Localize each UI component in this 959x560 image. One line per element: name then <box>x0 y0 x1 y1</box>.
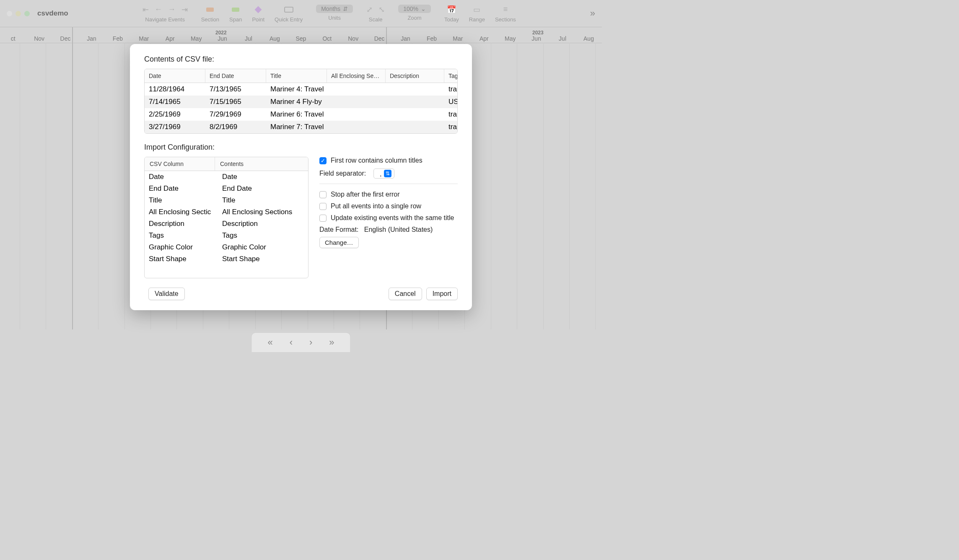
table-row[interactable]: 7/14/19657/15/1965Mariner 4 Fly-byUSA <box>145 96 457 108</box>
config-csvcol: Tags <box>145 230 218 241</box>
table-cell: trans <box>444 121 458 133</box>
config-contents: Description <box>218 218 308 230</box>
config-contents: Tags <box>218 230 308 241</box>
config-row[interactable]: All Enclosing SecticAll Enclosing Sectio… <box>145 206 308 218</box>
table-row[interactable]: 3/27/19698/2/1969Mariner 7: Traveltrans <box>145 121 457 133</box>
config-row[interactable]: DescriptionDescription <box>145 218 308 230</box>
first-row-titles-label: First row contains column titles <box>331 157 422 164</box>
config-row[interactable]: Graphic ColorGraphic Color <box>145 241 308 253</box>
config-csvcol: End Date <box>145 183 218 194</box>
table-cell <box>327 83 386 96</box>
config-contents: Start Shape <box>218 253 308 265</box>
table-cell: 7/15/1965 <box>205 96 266 108</box>
page-next-icon[interactable]: › <box>309 337 312 348</box>
table-cell <box>327 108 386 121</box>
field-separator-value: , <box>380 170 381 177</box>
table-cell: trans <box>444 83 458 96</box>
update-existing-checkbox[interactable] <box>319 215 327 222</box>
table-cell: USA <box>444 96 458 108</box>
change-date-format-button[interactable]: Change… <box>319 237 359 248</box>
import-button[interactable]: Import <box>426 288 458 300</box>
table-cell <box>327 96 386 108</box>
table-header[interactable]: Description <box>386 69 444 83</box>
table-cell: 7/14/1965 <box>145 96 205 108</box>
table-cell: 11/28/1964 <box>145 83 205 96</box>
csv-table-header: DateEnd DateTitleAll Enclosing Se…Descri… <box>145 69 457 83</box>
table-header[interactable]: Tags <box>444 69 458 83</box>
table-cell <box>386 96 444 108</box>
page-prev-icon[interactable]: ‹ <box>290 337 293 348</box>
table-row[interactable]: 2/25/19697/29/1969Mariner 6: Traveltrans <box>145 108 457 121</box>
cancel-button[interactable]: Cancel <box>389 288 422 300</box>
csv-preview-table: DateEnd DateTitleAll Enclosing Se…Descri… <box>144 69 458 134</box>
table-cell: trans <box>444 108 458 121</box>
table-cell <box>386 83 444 96</box>
page-last-icon[interactable]: » <box>329 337 334 348</box>
config-row[interactable]: TitleTitle <box>145 194 308 206</box>
validate-button[interactable]: Validate <box>148 288 185 300</box>
config-csvcol: Title <box>145 194 218 206</box>
config-csvcol: All Enclosing Sectic <box>145 206 218 218</box>
stop-after-error-label: Stop after the first error <box>331 191 400 198</box>
config-csvcol: Start Shape <box>145 253 218 265</box>
config-row[interactable]: DateDate <box>145 171 308 183</box>
field-separator-select[interactable]: , ⇅ <box>373 169 394 179</box>
csv-import-dialog: Contents of CSV file: DateEnd DateTitleA… <box>130 44 472 310</box>
table-cell: Mariner 7: Travel <box>266 121 327 133</box>
table-cell: 3/27/1969 <box>145 121 205 133</box>
table-header[interactable]: Title <box>266 69 327 83</box>
config-csvcol: Date <box>145 171 218 183</box>
table-cell: Mariner 6: Travel <box>266 108 327 121</box>
config-header-contents: Contents <box>215 157 308 171</box>
config-contents: End Date <box>218 183 308 194</box>
config-contents: Title <box>218 194 308 206</box>
update-existing-label: Update existing events with the same tit… <box>331 214 454 222</box>
import-config-title: Import Configuration: <box>144 143 458 152</box>
config-csvcol: Graphic Color <box>145 241 218 253</box>
column-mapping-table: CSV Column Contents DateDateEnd DateEnd … <box>144 157 308 278</box>
config-row[interactable]: TagsTags <box>145 230 308 241</box>
import-options: ✓ First row contains column titles Field… <box>319 157 458 278</box>
date-format-value: English (United States) <box>364 226 433 233</box>
config-row[interactable]: End DateEnd Date <box>145 183 308 194</box>
table-cell: 7/29/1969 <box>205 108 266 121</box>
table-header[interactable]: End Date <box>205 69 266 83</box>
config-csvcol: Description <box>145 218 218 230</box>
single-row-label: Put all events into a single row <box>331 202 421 210</box>
select-caret-icon: ⇅ <box>384 170 391 177</box>
config-row[interactable]: Start ShapeStart Shape <box>145 253 308 265</box>
single-row-checkbox[interactable] <box>319 203 327 210</box>
table-header[interactable]: Date <box>145 69 205 83</box>
table-cell <box>327 121 386 133</box>
config-header-csvcol: CSV Column <box>145 157 215 171</box>
table-header[interactable]: All Enclosing Se… <box>327 69 386 83</box>
table-cell: 7/13/1965 <box>205 83 266 96</box>
table-cell: Mariner 4: Travel <box>266 83 327 96</box>
bottom-pager: « ‹ › » <box>251 332 350 352</box>
table-row[interactable]: 11/28/19647/13/1965Mariner 4: Traveltran… <box>145 83 457 96</box>
table-cell <box>386 121 444 133</box>
csv-contents-title: Contents of CSV file: <box>144 55 458 64</box>
stop-after-error-checkbox[interactable] <box>319 191 327 198</box>
date-format-label: Date Format: <box>319 226 358 233</box>
table-cell: 2/25/1969 <box>145 108 205 121</box>
config-contents: All Enclosing Sections <box>218 206 308 218</box>
table-cell: 8/2/1969 <box>205 121 266 133</box>
config-contents: Date <box>218 171 308 183</box>
config-contents: Graphic Color <box>218 241 308 253</box>
page-first-icon[interactable]: « <box>267 337 272 348</box>
table-cell: Mariner 4 Fly-by <box>266 96 327 108</box>
first-row-titles-checkbox[interactable]: ✓ <box>319 157 327 164</box>
table-cell <box>386 108 444 121</box>
field-separator-label: Field separator: <box>319 170 366 177</box>
